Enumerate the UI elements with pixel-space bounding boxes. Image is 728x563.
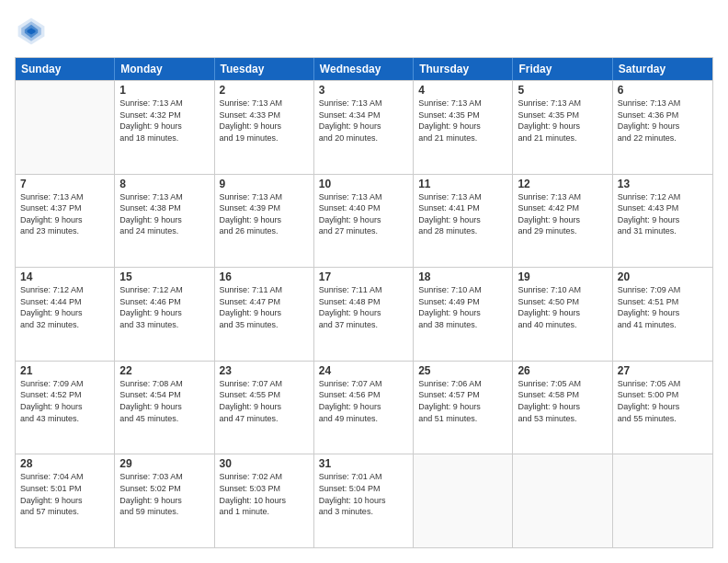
calendar-cell: 2Sunrise: 7:13 AM Sunset: 4:33 PM Daylig… — [215, 81, 314, 174]
day-info: Sunrise: 7:11 AM Sunset: 4:48 PM Dayligh… — [319, 284, 408, 330]
day-number: 13 — [618, 178, 708, 190]
calendar-row: 7Sunrise: 7:13 AM Sunset: 4:37 PM Daylig… — [16, 174, 712, 268]
header — [15, 15, 713, 48]
day-info: Sunrise: 7:13 AM Sunset: 4:38 PM Dayligh… — [119, 191, 209, 237]
calendar-cell: 20Sunrise: 7:09 AM Sunset: 4:51 PM Dayli… — [613, 268, 712, 361]
calendar-cell: 22Sunrise: 7:08 AM Sunset: 4:54 PM Dayli… — [115, 362, 214, 454]
day-info: Sunrise: 7:13 AM Sunset: 4:41 PM Dayligh… — [418, 191, 507, 237]
weekday-header: Wednesday — [314, 58, 414, 80]
page: SundayMondayTuesdayWednesdayThursdayFrid… — [0, 0, 728, 563]
day-number: 27 — [618, 364, 708, 377]
day-info: Sunrise: 7:12 AM Sunset: 4:46 PM Dayligh… — [119, 284, 209, 330]
calendar-cell: 16Sunrise: 7:11 AM Sunset: 4:47 PM Dayli… — [215, 268, 314, 361]
calendar-cell: 4Sunrise: 7:13 AM Sunset: 4:35 PM Daylig… — [414, 81, 513, 174]
day-number: 19 — [518, 270, 607, 283]
day-info: Sunrise: 7:12 AM Sunset: 4:43 PM Dayligh… — [618, 191, 708, 237]
calendar-cell: 8Sunrise: 7:13 AM Sunset: 4:38 PM Daylig… — [115, 175, 214, 268]
calendar-cell: 10Sunrise: 7:13 AM Sunset: 4:40 PM Dayli… — [314, 175, 414, 268]
weekday-header: Monday — [115, 58, 214, 80]
day-info: Sunrise: 7:10 AM Sunset: 4:50 PM Dayligh… — [518, 284, 607, 330]
calendar-cell: 25Sunrise: 7:06 AM Sunset: 4:57 PM Dayli… — [414, 362, 513, 454]
weekday-header: Tuesday — [215, 58, 314, 80]
calendar-cell: 11Sunrise: 7:13 AM Sunset: 4:41 PM Dayli… — [414, 175, 513, 268]
weekday-header: Saturday — [613, 58, 712, 80]
logo — [15, 15, 51, 48]
day-number: 11 — [418, 178, 507, 190]
calendar-cell: 28Sunrise: 7:04 AM Sunset: 5:01 PM Dayli… — [16, 454, 115, 547]
calendar-cell: 31Sunrise: 7:01 AM Sunset: 5:04 PM Dayli… — [314, 454, 414, 547]
day-info: Sunrise: 7:05 AM Sunset: 4:58 PM Dayligh… — [518, 378, 607, 424]
day-info: Sunrise: 7:02 AM Sunset: 5:03 PM Dayligh… — [220, 471, 309, 517]
weekday-header: Thursday — [414, 58, 513, 80]
day-info: Sunrise: 7:13 AM Sunset: 4:40 PM Dayligh… — [319, 191, 408, 237]
day-number: 29 — [119, 457, 209, 470]
day-number: 2 — [220, 84, 309, 97]
day-number: 8 — [119, 178, 209, 190]
day-info: Sunrise: 7:08 AM Sunset: 4:54 PM Dayligh… — [119, 378, 209, 424]
day-number: 17 — [319, 270, 408, 283]
day-number: 22 — [119, 364, 209, 377]
day-info: Sunrise: 7:13 AM Sunset: 4:37 PM Dayligh… — [20, 191, 109, 237]
day-info: Sunrise: 7:13 AM Sunset: 4:33 PM Dayligh… — [220, 98, 309, 144]
day-number: 28 — [20, 457, 109, 470]
day-info: Sunrise: 7:13 AM Sunset: 4:42 PM Dayligh… — [518, 191, 607, 237]
calendar-header: SundayMondayTuesdayWednesdayThursdayFrid… — [16, 58, 712, 80]
calendar-cell: 17Sunrise: 7:11 AM Sunset: 4:48 PM Dayli… — [314, 268, 414, 361]
calendar-body: 1Sunrise: 7:13 AM Sunset: 4:32 PM Daylig… — [16, 80, 712, 547]
calendar-cell — [613, 454, 712, 547]
day-info: Sunrise: 7:09 AM Sunset: 4:52 PM Dayligh… — [20, 378, 109, 424]
calendar-row: 14Sunrise: 7:12 AM Sunset: 4:44 PM Dayli… — [16, 267, 712, 361]
day-info: Sunrise: 7:09 AM Sunset: 4:51 PM Dayligh… — [618, 284, 708, 330]
day-info: Sunrise: 7:12 AM Sunset: 4:44 PM Dayligh… — [20, 284, 109, 330]
calendar-cell — [513, 454, 612, 547]
day-number: 31 — [319, 457, 408, 470]
day-number: 23 — [220, 364, 309, 377]
calendar-cell: 3Sunrise: 7:13 AM Sunset: 4:34 PM Daylig… — [314, 81, 414, 174]
day-info: Sunrise: 7:13 AM Sunset: 4:35 PM Dayligh… — [418, 98, 507, 144]
day-number: 26 — [518, 364, 607, 377]
calendar-cell: 1Sunrise: 7:13 AM Sunset: 4:32 PM Daylig… — [115, 81, 214, 174]
day-info: Sunrise: 7:06 AM Sunset: 4:57 PM Dayligh… — [418, 378, 507, 424]
day-number: 14 — [20, 270, 109, 283]
day-number: 20 — [618, 270, 708, 283]
calendar-cell: 15Sunrise: 7:12 AM Sunset: 4:46 PM Dayli… — [115, 268, 214, 361]
day-number: 6 — [618, 84, 708, 97]
day-number: 9 — [220, 178, 309, 190]
calendar-cell: 18Sunrise: 7:10 AM Sunset: 4:49 PM Dayli… — [414, 268, 513, 361]
calendar-cell: 24Sunrise: 7:07 AM Sunset: 4:56 PM Dayli… — [314, 362, 414, 454]
day-info: Sunrise: 7:10 AM Sunset: 4:49 PM Dayligh… — [418, 284, 507, 330]
calendar-cell — [414, 454, 513, 547]
calendar-cell: 5Sunrise: 7:13 AM Sunset: 4:35 PM Daylig… — [513, 81, 612, 174]
day-number: 24 — [319, 364, 408, 377]
day-info: Sunrise: 7:13 AM Sunset: 4:35 PM Dayligh… — [518, 98, 607, 144]
calendar-cell: 13Sunrise: 7:12 AM Sunset: 4:43 PM Dayli… — [613, 175, 712, 268]
day-number: 21 — [20, 364, 109, 377]
day-info: Sunrise: 7:07 AM Sunset: 4:56 PM Dayligh… — [319, 378, 408, 424]
weekday-header: Friday — [513, 58, 612, 80]
calendar-row: 21Sunrise: 7:09 AM Sunset: 4:52 PM Dayli… — [16, 361, 712, 454]
day-info: Sunrise: 7:04 AM Sunset: 5:01 PM Dayligh… — [20, 471, 109, 517]
day-number: 10 — [319, 178, 408, 190]
calendar-cell — [16, 81, 115, 174]
calendar-cell: 7Sunrise: 7:13 AM Sunset: 4:37 PM Daylig… — [16, 175, 115, 268]
calendar-cell: 29Sunrise: 7:03 AM Sunset: 5:02 PM Dayli… — [115, 454, 214, 547]
calendar-cell: 23Sunrise: 7:07 AM Sunset: 4:55 PM Dayli… — [215, 362, 314, 454]
calendar-cell: 21Sunrise: 7:09 AM Sunset: 4:52 PM Dayli… — [16, 362, 115, 454]
day-info: Sunrise: 7:11 AM Sunset: 4:47 PM Dayligh… — [220, 284, 309, 330]
logo-icon — [15, 15, 48, 48]
day-info: Sunrise: 7:13 AM Sunset: 4:34 PM Dayligh… — [319, 98, 408, 144]
day-number: 15 — [119, 270, 209, 283]
day-number: 18 — [418, 270, 507, 283]
calendar-cell: 9Sunrise: 7:13 AM Sunset: 4:39 PM Daylig… — [215, 175, 314, 268]
calendar-row: 28Sunrise: 7:04 AM Sunset: 5:01 PM Dayli… — [16, 454, 712, 547]
day-info: Sunrise: 7:03 AM Sunset: 5:02 PM Dayligh… — [119, 471, 209, 517]
weekday-header: Sunday — [16, 58, 115, 80]
calendar-cell: 19Sunrise: 7:10 AM Sunset: 4:50 PM Dayli… — [513, 268, 612, 361]
day-info: Sunrise: 7:13 AM Sunset: 4:32 PM Dayligh… — [119, 98, 209, 144]
day-number: 4 — [418, 84, 507, 97]
day-number: 5 — [518, 84, 607, 97]
day-number: 16 — [220, 270, 309, 283]
calendar-cell: 6Sunrise: 7:13 AM Sunset: 4:36 PM Daylig… — [613, 81, 712, 174]
calendar-cell: 27Sunrise: 7:05 AM Sunset: 5:00 PM Dayli… — [613, 362, 712, 454]
day-info: Sunrise: 7:01 AM Sunset: 5:04 PM Dayligh… — [319, 471, 408, 517]
